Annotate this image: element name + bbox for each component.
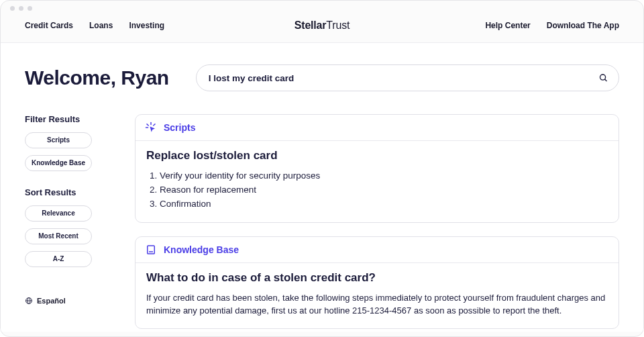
svg-line-1 — [605, 79, 607, 81]
scripts-card-label: Scripts — [164, 122, 195, 133]
nav-download-app[interactable]: Download The App — [547, 21, 619, 30]
brand-bold: Stellar — [294, 19, 327, 31]
nav-investing[interactable]: Investing — [129, 21, 164, 30]
svg-rect-9 — [148, 246, 155, 254]
sort-heading: Sort Results — [25, 187, 116, 197]
window-dot — [10, 6, 15, 11]
welcome-heading: Welcome, Ryan — [25, 66, 169, 89]
kb-card-body: What to do in case of a stolen credit ca… — [136, 263, 619, 328]
window-dot — [19, 6, 23, 11]
globe-icon — [25, 297, 33, 305]
results-column: Scripts Replace lost/stolen card Verify … — [135, 114, 619, 329]
svg-line-6 — [147, 124, 148, 126]
scripts-card-title: Replace lost/stolen card — [146, 149, 608, 162]
cursor-click-icon — [145, 122, 157, 134]
kb-card-title: What to do in case of a stolen credit ca… — [146, 271, 608, 285]
scripts-card-head: Scripts — [136, 115, 619, 141]
sidebar: Filter Results Scripts Knowledge Base So… — [25, 114, 116, 329]
header-row: Welcome, Ryan — [25, 64, 619, 91]
list-item: Confirmation — [160, 197, 608, 211]
filter-heading: Filter Results — [25, 114, 116, 124]
nav-help-center[interactable]: Help Center — [485, 21, 530, 30]
search-input[interactable] — [196, 64, 619, 91]
language-switch[interactable]: Español — [25, 297, 116, 305]
scripts-card[interactable]: Scripts Replace lost/stolen card Verify … — [135, 114, 619, 223]
svg-point-0 — [600, 75, 606, 80]
main-layout: Filter Results Scripts Knowledge Base So… — [25, 114, 619, 329]
sort-most-recent[interactable]: Most Recent — [25, 228, 92, 244]
list-item: Verify your identity for security purpos… — [160, 169, 608, 183]
kb-card-label: Knowledge Base — [164, 244, 239, 255]
content-area: Welcome, Ryan Filter Results Scripts Kno… — [1, 43, 643, 332]
language-label: Español — [37, 297, 66, 305]
nav-credit-cards[interactable]: Credit Cards — [25, 21, 73, 30]
window-titlebar — [1, 1, 643, 15]
brand-logo: StellarTrust — [294, 19, 350, 32]
list-item: Reason for replacement — [160, 183, 608, 197]
search-icon[interactable] — [598, 73, 608, 83]
search-wrap — [196, 64, 619, 91]
kb-card-head: Knowledge Base — [136, 237, 619, 263]
nav-loans[interactable]: Loans — [89, 21, 113, 30]
book-icon — [145, 244, 157, 256]
filter-scripts[interactable]: Scripts — [25, 132, 92, 148]
top-nav: Credit Cards Loans Investing StellarTrus… — [1, 15, 643, 43]
kb-card-text: If your credit card has been stolen, tak… — [146, 291, 608, 318]
knowledge-base-card[interactable]: Knowledge Base What to do in case of a s… — [135, 236, 619, 329]
sort-a-z[interactable]: A-Z — [25, 251, 92, 267]
scripts-card-body: Replace lost/stolen card Verify your ide… — [136, 141, 619, 222]
scripts-steps: Verify your identity for security purpos… — [146, 169, 608, 211]
svg-line-7 — [154, 124, 155, 126]
app-window: Credit Cards Loans Investing StellarTrus… — [0, 0, 644, 337]
filter-knowledge-base[interactable]: Knowledge Base — [25, 155, 92, 171]
sort-relevance[interactable]: Relevance — [25, 205, 92, 222]
window-dot — [28, 6, 32, 11]
nav-left: Credit Cards Loans Investing — [25, 21, 164, 30]
nav-right: Help Center Download The App — [485, 21, 619, 30]
brand-light: Trust — [326, 19, 350, 31]
